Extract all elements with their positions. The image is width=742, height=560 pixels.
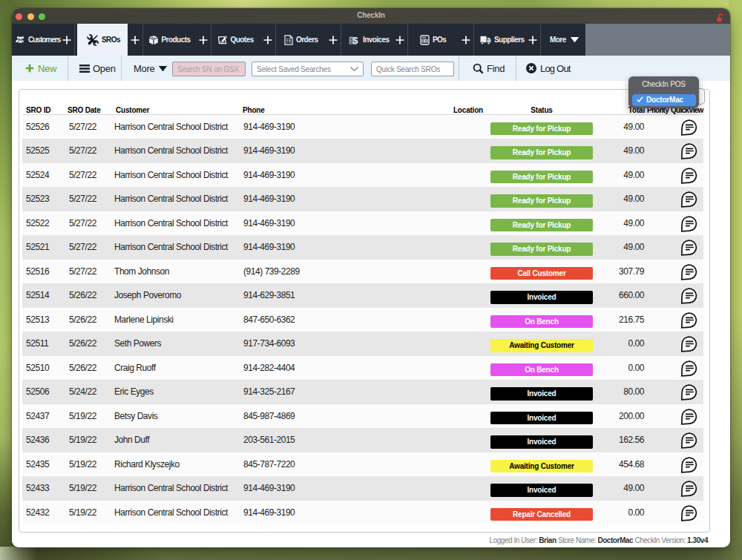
svg-text:$: $ (352, 35, 358, 45)
